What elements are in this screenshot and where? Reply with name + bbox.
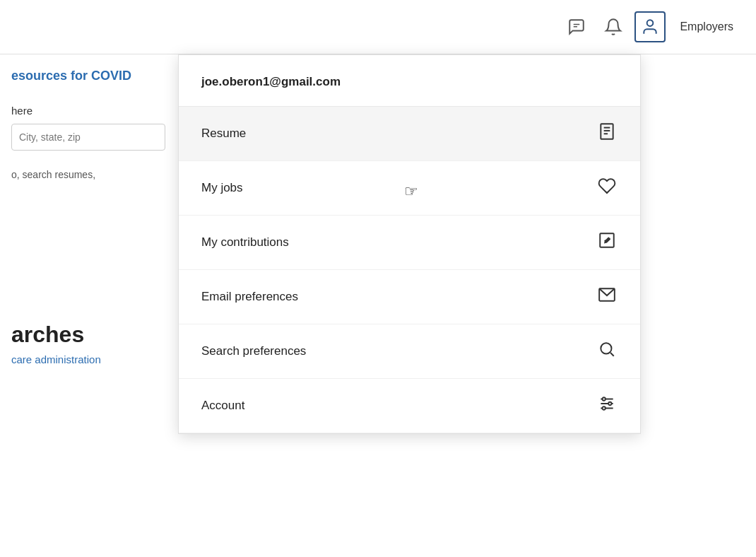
background-content: esources for COVID here o, search resume… [0, 54, 177, 380]
menu-item-account[interactable]: Account [179, 379, 640, 433]
menu-item-email-preferences-label: Email preferences [201, 290, 298, 304]
search-area: here o, search resumes, [11, 105, 165, 180]
menu-item-my-jobs-label: My jobs [201, 181, 243, 195]
menu-item-email-preferences[interactable]: Email preferences [179, 270, 640, 324]
location-input[interactable] [11, 124, 165, 151]
user-dropdown: joe.oberon1@gmail.com Resume My jobs My … [178, 54, 641, 434]
heart-icon [596, 177, 618, 199]
menu-item-account-label: Account [201, 399, 244, 413]
top-nav: Employers [0, 0, 756, 54]
menu-item-my-contributions-label: My contributions [201, 235, 289, 250]
menu-item-my-jobs[interactable]: My jobs [179, 161, 640, 216]
employers-link[interactable]: Employers [671, 15, 742, 39]
menu-item-search-preferences[interactable]: Search preferences [179, 324, 640, 379]
edit-icon [596, 231, 618, 254]
svg-point-2 [647, 20, 654, 26]
menu-item-search-preferences-label: Search preferences [201, 344, 306, 358]
menu-item-resume-label: Resume [201, 127, 246, 141]
user-icon [641, 18, 659, 36]
where-label: here [11, 105, 33, 117]
mail-icon [596, 286, 618, 308]
search-icon [596, 340, 618, 363]
subtext: o, search resumes, [11, 169, 165, 180]
chat-icon [567, 18, 586, 36]
svg-point-9 [601, 343, 611, 353]
sliders-icon [596, 394, 618, 417]
user-icon-button[interactable] [634, 11, 666, 42]
user-email: joe.oberon1@gmail.com [179, 55, 640, 107]
svg-rect-1 [574, 26, 577, 28]
svg-line-10 [610, 353, 614, 356]
svg-point-15 [608, 402, 611, 405]
searches-heading: arches [11, 322, 165, 348]
svg-rect-0 [574, 24, 580, 25]
saved-search-item[interactable]: care administration [11, 353, 165, 365]
covid-text: esources for COVID [11, 69, 165, 83]
svg-point-16 [603, 406, 606, 409]
bell-icon-button[interactable] [598, 11, 629, 42]
svg-rect-3 [601, 124, 613, 139]
menu-item-my-contributions[interactable]: My contributions [179, 216, 640, 270]
resume-icon [596, 122, 618, 145]
bell-icon [604, 18, 622, 36]
menu-item-resume[interactable]: Resume [179, 107, 640, 161]
svg-point-14 [603, 397, 606, 400]
chat-icon-button[interactable] [561, 11, 592, 42]
